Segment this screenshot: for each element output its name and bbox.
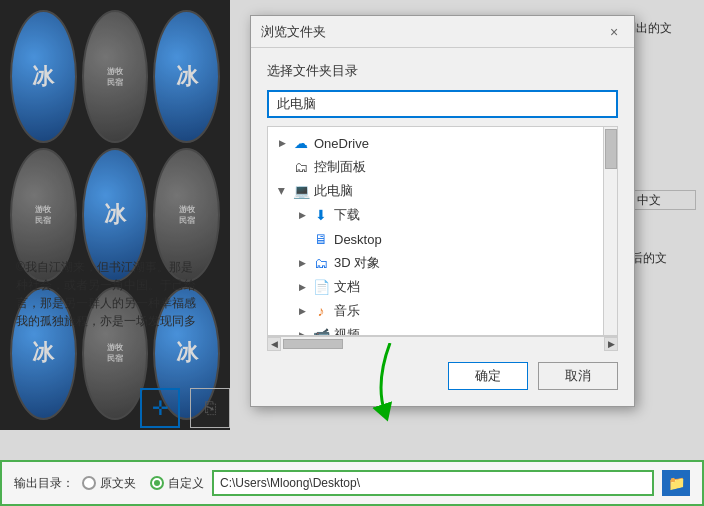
output-label: 输出目录：: [14, 475, 74, 492]
tree-item-download[interactable]: ▶ ⬇ 下载: [268, 203, 603, 227]
tree-item-documents[interactable]: ▶ 📄 文档: [268, 275, 603, 299]
bottom-text-area: ©我自江湖来，但书江湖事。那是 种社会，或者另一角中国。于己给 言，那是另一群人…: [16, 258, 231, 330]
tree-label-thispc: 此电脑: [314, 182, 603, 200]
tree-item-onedrive[interactable]: ▶ ☁ OneDrive: [268, 131, 603, 155]
tree-item-3dobjects[interactable]: ▶ 🗂 3D 对象: [268, 251, 603, 275]
tree-item-controlpanel[interactable]: ▶ 🗂 控制面板: [268, 155, 603, 179]
hscroll-track[interactable]: [281, 337, 604, 350]
chevron-3d: ▶: [296, 257, 308, 269]
computer-icon: 💻: [292, 183, 310, 199]
tree-item-videos[interactable]: ▶ 📹 视频: [268, 323, 603, 336]
radio-custom[interactable]: 自定义: [150, 475, 204, 492]
confirm-button[interactable]: 确定: [448, 362, 528, 390]
tree-label-documents: 文档: [334, 278, 603, 296]
dialog-subtitle: 选择文件夹目录: [267, 62, 618, 80]
browse-folder-dialog: 浏览文件夹 × 选择文件夹目录 ▶ ☁ OneDrive ▶ 🗂 控制面板: [250, 15, 635, 407]
dialog-title: 浏览文件夹: [261, 23, 326, 41]
scroll-thumb[interactable]: [605, 129, 617, 169]
radio-group: 原文夹 自定义: [82, 475, 204, 492]
download-icon: ⬇: [312, 207, 330, 223]
desktop-icon: 🖥: [312, 231, 330, 247]
chevron-music: ▶: [296, 305, 308, 317]
vertical-scrollbar[interactable]: [603, 127, 617, 335]
chevron-onedrive: ▶: [276, 137, 288, 149]
left-image-panel: 冰 游牧民宿 冰 游牧民宿 冰 游牧民宿 冰 游牧民宿 冰: [0, 0, 230, 430]
copy-icon[interactable]: ⎘: [190, 388, 230, 428]
circle-badge-1: 游牧民宿: [82, 10, 149, 143]
hscroll-thumb[interactable]: [283, 339, 343, 349]
cancel-button[interactable]: 取消: [538, 362, 618, 390]
radio-custom-label: 自定义: [168, 475, 204, 492]
videos-icon: 📹: [312, 327, 330, 336]
folder-icon: 📁: [668, 475, 685, 491]
radio-original-circle[interactable]: [82, 476, 96, 490]
chevron-videos: ▶: [296, 329, 308, 336]
lang-dropdown[interactable]: 中文 English: [630, 190, 696, 210]
music-icon: ♪: [312, 303, 330, 319]
tree-label-onedrive: OneDrive: [314, 136, 603, 151]
lang-select-area: 中文 English: [630, 190, 696, 210]
tree-item-music[interactable]: ▶ ♪ 音乐: [268, 299, 603, 323]
hscroll-left-button[interactable]: ◀: [267, 337, 281, 351]
tree-label-music: 音乐: [334, 302, 603, 320]
bottom-bar: 输出目录： 原文夹 自定义 📁: [0, 460, 704, 506]
hscroll-right-button[interactable]: ▶: [604, 337, 618, 351]
documents-icon: 📄: [312, 279, 330, 295]
browse-folder-button[interactable]: 📁: [662, 470, 690, 496]
tree-item-thispc[interactable]: ▶ 💻 此电脑: [268, 179, 603, 203]
3d-icon: 🗂: [312, 255, 330, 271]
move-icon[interactable]: ✛: [140, 388, 180, 428]
chevron-thispc: ▶: [276, 185, 288, 197]
custom-path-input[interactable]: [212, 470, 654, 496]
tree-label-3d: 3D 对象: [334, 254, 603, 272]
circle-ice-1: 冰: [10, 10, 77, 143]
dialog-buttons: 确定 取消: [267, 362, 618, 390]
onedrive-icon: ☁: [292, 135, 310, 151]
tree-label-controlpanel: 控制面板: [314, 158, 603, 176]
radio-original[interactable]: 原文夹: [82, 475, 136, 492]
tree-container[interactable]: ▶ ☁ OneDrive ▶ 🗂 控制面板 ▶ 💻 此电脑: [267, 126, 618, 336]
chevron-download: ▶: [296, 209, 308, 221]
dialog-close-button[interactable]: ×: [604, 22, 624, 42]
tree-inner: ▶ ☁ OneDrive ▶ 🗂 控制面板 ▶ 💻 此电脑: [268, 127, 603, 336]
radio-custom-circle[interactable]: [150, 476, 164, 490]
tree-label-videos: 视频: [334, 326, 603, 336]
radio-original-label: 原文夹: [100, 475, 136, 492]
tree-label-desktop: Desktop: [334, 232, 603, 247]
radio-dot: [154, 480, 160, 486]
dialog-body: 选择文件夹目录 ▶ ☁ OneDrive ▶ 🗂 控制面板: [251, 48, 634, 406]
dialog-path-input[interactable]: [267, 90, 618, 118]
tree-label-download: 下载: [334, 206, 603, 224]
dialog-titlebar: 浏览文件夹 ×: [251, 16, 634, 48]
controlpanel-icon: 🗂: [292, 159, 310, 175]
circle-ice-2: 冰: [153, 10, 220, 143]
chevron-documents: ▶: [296, 281, 308, 293]
horizontal-scrollbar[interactable]: ◀ ▶: [267, 336, 618, 350]
tree-item-desktop[interactable]: ▶ 🖥 Desktop: [268, 227, 603, 251]
